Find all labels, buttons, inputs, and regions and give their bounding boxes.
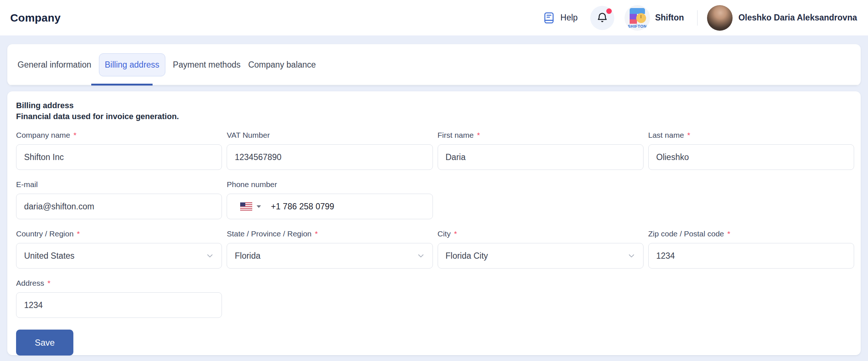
required-asterisk: * [47,279,50,288]
vat-number-input[interactable] [227,144,433,170]
field-city: City * [438,229,644,269]
company-name-label: Company name * [16,131,222,140]
notification-dot [606,8,612,14]
last-name-input[interactable] [648,144,854,170]
required-asterisk: * [454,229,457,238]
zip-code-label: Zip code / Postal code * [648,229,854,238]
state-select[interactable] [227,243,433,269]
zip-code-input[interactable] [648,243,854,269]
help-book-icon [542,11,556,24]
field-phone-number: Phone number +1 786 258 0799 [227,180,433,219]
required-asterisk: * [687,131,690,140]
field-state: State / Province / Region * [227,229,433,269]
country-select[interactable] [16,243,222,269]
billing-form: Company name * VAT Number First name * [16,131,854,318]
field-vat-number: VAT Number [227,131,433,170]
help-button[interactable]: Help [542,11,577,24]
last-name-label: Last name * [648,131,854,140]
header-divider [697,10,698,26]
shifton-logo[interactable]: SHIFTON [625,5,650,31]
field-email: E-mail [16,180,222,219]
save-button[interactable]: Save [16,330,73,356]
required-asterisk: * [315,229,318,238]
logo-pink-shape [630,19,637,24]
phone-number-label: Phone number [227,180,433,189]
field-address: Address * [16,279,222,318]
country-label: Country / Region * [16,229,222,238]
page-title: Company [10,12,61,24]
required-asterisk: * [77,229,80,238]
notifications-button[interactable] [590,6,614,30]
user-name: Oleshko Daria Aleksandrovna [738,13,857,23]
field-company-name: Company name * [16,131,222,170]
required-asterisk: * [73,131,76,140]
notification-bell-icon [596,12,608,24]
field-zip-code: Zip code / Postal code * [648,229,854,269]
address-label: Address * [16,279,222,288]
required-asterisk: * [727,229,730,238]
city-select[interactable] [438,243,644,269]
tab-payment-methods[interactable]: Payment methods [173,60,241,70]
top-header: Company Help [0,0,868,35]
field-country: Country / Region * [16,229,222,269]
logo-clock-shape [636,13,646,23]
email-input[interactable] [16,194,222,219]
city-label: City * [438,229,644,238]
phone-value: +1 786 258 0799 [271,202,334,212]
field-first-name: First name * [438,131,644,170]
us-flag-icon [240,202,252,210]
caret-down-icon [257,205,261,208]
billing-address-card: Billing address Financial data used for … [7,91,861,355]
logo-calendar-shape [630,8,645,14]
tab-general-information[interactable]: General information [18,60,91,70]
address-input[interactable] [16,292,222,318]
vat-number-label: VAT Number [227,131,433,140]
user-avatar [707,5,733,31]
first-name-input[interactable] [438,144,644,170]
section-subtitle: Financial data used for invoice generati… [16,111,854,122]
workspace-name: Shifton [655,13,684,23]
email-label: E-mail [16,180,222,189]
tab-billing-address[interactable]: Billing address [99,53,165,76]
field-last-name: Last name * [648,131,854,170]
phone-input[interactable]: +1 786 258 0799 [227,194,433,219]
tabs-card: General information Billing address Paym… [7,44,861,86]
first-name-label: First name * [438,131,644,140]
active-tab-indicator [91,84,153,86]
user-menu[interactable]: Oleshko Daria Aleksandrovna [707,5,857,31]
tabs-row: General information Billing address Paym… [18,53,316,76]
tab-company-balance[interactable]: Company balance [248,60,316,70]
state-label: State / Province / Region * [227,229,433,238]
logo-purple-shape [630,14,637,19]
required-asterisk: * [477,131,480,140]
logo-wordmark: SHIFTON [625,24,650,28]
company-name-input[interactable] [16,144,222,170]
help-label: Help [560,13,577,23]
header-actions: Help SHIFTON Shifton Oleshko Daria Aleks… [542,5,857,31]
country-code-dropdown[interactable] [240,202,261,210]
section-title: Billing address [16,100,854,111]
